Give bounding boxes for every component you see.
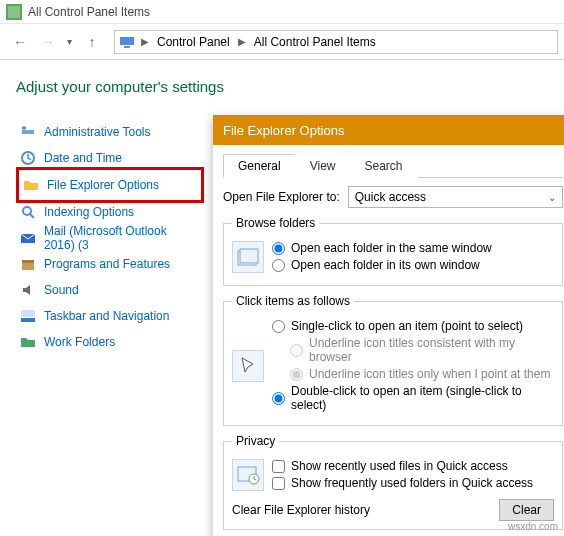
cp-item-label[interactable]: Indexing Options [44,205,134,219]
nav-history-dropdown[interactable]: ▾ [62,36,76,47]
breadcrumb-control-panel[interactable]: Control Panel [151,35,236,49]
cp-item-label[interactable]: Date and Time [44,151,122,165]
cp-item-label[interactable]: Administrative Tools [44,125,151,139]
chevron-right-icon: ▶ [236,36,248,47]
address-bar[interactable]: ▶ Control Panel ▶ All Control Panel Item… [114,30,558,54]
svg-rect-4 [22,130,34,134]
cp-item-label[interactable]: Sound [44,283,79,297]
cursor-click-icon [232,350,264,382]
dialog-tabs: General View Search [223,153,563,178]
tab-general[interactable]: General [223,154,296,178]
breadcrumb-all-items[interactable]: All Control Panel Items [248,35,382,49]
cp-item-label[interactable]: Programs and Features [44,257,170,271]
nav-back-button[interactable]: ← [6,28,34,56]
svg-line-8 [30,214,34,218]
cp-item-label[interactable]: File Explorer Options [47,178,159,192]
browse-folders-group: Browse folders Open each folder in the s… [223,216,563,286]
checkbox-frequent-folders[interactable]: Show frequently used folders in Quick ac… [272,476,554,490]
tools-icon [20,124,36,140]
control-panel-icon [6,4,22,20]
chevron-down-icon: ⌄ [548,192,556,203]
cp-item-programs-features[interactable]: Programs and Features [16,251,204,277]
select-value: Quick access [355,190,426,204]
radio-same-window[interactable]: Open each folder in the same window [272,241,554,255]
taskbar-icon [20,308,36,324]
control-panel-item-list: Administrative Tools Date and Time File … [16,119,204,355]
folder-icon [23,177,39,193]
nav-up-button[interactable]: ↑ [78,28,106,56]
workfolder-icon [20,334,36,350]
cp-item-mail[interactable]: Mail (Microsoft Outlook 2016) (3 [16,225,204,251]
dialog-title: File Explorer Options [213,115,564,145]
svg-point-7 [23,207,31,215]
page-title: Adjust your computer's settings [0,60,564,119]
svg-rect-2 [120,37,134,45]
cp-item-taskbar-navigation[interactable]: Taskbar and Navigation [16,303,204,329]
speaker-icon [20,282,36,298]
window-title: All Control Panel Items [28,5,150,19]
click-items-legend: Click items as follows [232,294,354,308]
checkbox-recent-files[interactable]: Show recently used files in Quick access [272,459,554,473]
window-titlebar: All Control Panel Items [0,0,564,24]
clear-button[interactable]: Clear [499,499,554,521]
browse-folders-legend: Browse folders [232,216,319,230]
navigation-bar: ← → ▾ ↑ ▶ Control Panel ▶ All Control Pa… [0,24,564,60]
nav-forward-button[interactable]: → [34,28,62,56]
tab-view[interactable]: View [295,154,351,178]
highlight-annotation: File Explorer Options [16,167,204,203]
svg-rect-11 [22,260,34,263]
search-icon [20,204,36,220]
radio-own-window[interactable]: Open each folder in its own window [272,258,554,272]
clear-history-label: Clear File Explorer history [232,503,370,517]
watermark: wsxdn.com [508,521,558,532]
tab-search[interactable]: Search [350,154,418,178]
mail-icon [20,230,36,246]
cp-item-indexing-options[interactable]: Indexing Options [16,199,204,225]
cp-item-sound[interactable]: Sound [16,277,204,303]
privacy-legend: Privacy [232,434,279,448]
radio-underline-browser: Underline icon titles consistent with my… [290,336,554,364]
svg-rect-3 [124,46,130,48]
open-file-explorer-label: Open File Explorer to: [223,190,340,204]
svg-rect-13 [21,310,35,317]
box-icon [20,256,36,272]
cp-item-file-explorer-options[interactable]: File Explorer Options [19,172,201,198]
svg-rect-1 [8,6,20,18]
privacy-group: Privacy Show recently used files in Quic… [223,434,563,530]
pc-icon [119,34,135,50]
cp-item-administrative-tools[interactable]: Administrative Tools [16,119,204,145]
cp-item-label[interactable]: Mail (Microsoft Outlook 2016) (3 [44,224,200,252]
chevron-right-icon: ▶ [139,36,151,47]
privacy-clock-icon [232,459,264,491]
click-items-group: Click items as follows Single-click to o… [223,294,563,426]
radio-double-click[interactable]: Double-click to open an item (single-cli… [272,384,554,412]
cp-item-label[interactable]: Taskbar and Navigation [44,309,169,323]
svg-point-5 [22,126,26,130]
cp-item-label[interactable]: Work Folders [44,335,115,349]
open-file-explorer-select[interactable]: Quick access ⌄ [348,186,563,208]
clock-icon [20,150,36,166]
svg-rect-15 [240,249,258,263]
radio-underline-point: Underline icon titles only when I point … [290,367,554,381]
svg-rect-12 [21,318,35,322]
cp-item-work-folders[interactable]: Work Folders [16,329,204,355]
file-explorer-options-dialog: File Explorer Options General View Searc… [213,115,564,536]
radio-single-click[interactable]: Single-click to open an item (point to s… [272,319,554,333]
folder-window-icon [232,241,264,273]
